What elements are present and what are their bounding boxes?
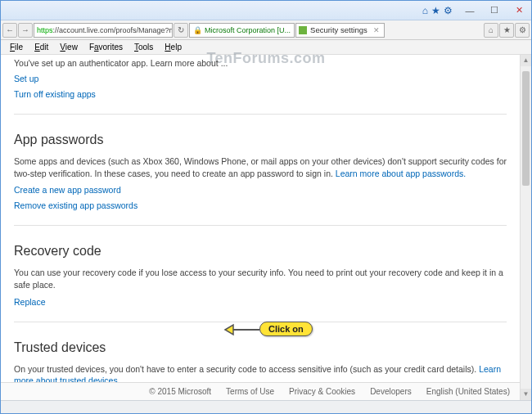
learn-app-passwords-link[interactable]: Learn more about app passwords. [336, 169, 466, 178]
window-maximize-button[interactable]: ☐ [482, 2, 507, 19]
toolbar-home-icon[interactable]: ⌂ [484, 23, 498, 38]
window-minimize-button[interactable]: — [458, 2, 482, 19]
replace-recovery-code-link[interactable]: Replace [14, 297, 507, 307]
toolbar-favorites-icon[interactable]: ★ [499, 23, 514, 38]
titlebar-star-icon[interactable]: ★ [431, 5, 440, 16]
menu-bar: File Edit View Favorites Tools Help [1, 40, 531, 55]
page-content: You've set up an authenticator app. Lear… [1, 55, 520, 400]
url-text: ://account.live.com/proofs/Manage?mkt=en… [53, 26, 173, 34]
forward-button[interactable]: → [18, 23, 33, 38]
titlebar-home-icon[interactable]: ⌂ [422, 5, 428, 16]
menu-tools[interactable]: Tools [128, 43, 159, 52]
toolbar-tools-icon[interactable]: ⚙ [515, 23, 530, 38]
cert-text: Microsoft Corporation [U... [205, 26, 291, 34]
menu-file[interactable]: File [4, 43, 29, 52]
address-bar[interactable]: https://account.live.com/proofs/Manage?m… [34, 23, 173, 38]
section-divider [14, 114, 507, 115]
browser-toolbar: ← → https://account.live.com/proofs/Mana… [1, 20, 531, 40]
partial-cut-text: You've set up an authenticator app. Lear… [14, 55, 507, 68]
page-footer: © 2015 Microsoft Terms of Use Privacy & … [1, 382, 520, 400]
menu-edit[interactable]: Edit [29, 43, 54, 52]
window-titlebar: ⌂ ★ ⚙ — ☐ ✕ [1, 1, 531, 20]
tab-title: Security settings [310, 25, 367, 34]
app-passwords-heading: App passwords [14, 133, 507, 147]
scrollbar-thumb[interactable] [522, 71, 530, 186]
scroll-up-arrow-icon[interactable]: ▲ [521, 55, 531, 66]
menu-help[interactable]: Help [159, 43, 187, 52]
footer-privacy-link[interactable]: Privacy & Cookies [289, 387, 355, 396]
callout-label: Click on [259, 322, 313, 336]
tab-close-icon[interactable]: ✕ [373, 26, 380, 34]
browser-tab-active[interactable]: Security settings ✕ [295, 23, 385, 38]
recovery-code-body: You can use your recovery code if you lo… [14, 267, 507, 290]
menu-view[interactable]: View [54, 43, 83, 52]
menu-favorites[interactable]: Favorites [83, 43, 128, 52]
recovery-code-heading: Recovery code [14, 244, 507, 259]
trusted-devices-heading: Trusted devices [14, 340, 507, 355]
remove-app-passwords-link[interactable]: Remove existing app passwords [14, 200, 507, 210]
back-button[interactable]: ← [2, 23, 17, 38]
footer-terms-link[interactable]: Terms of Use [226, 387, 274, 396]
footer-developers-link[interactable]: Developers [370, 387, 412, 396]
vertical-scrollbar[interactable]: ▲ ▼ [520, 55, 531, 400]
footer-copyright: © 2015 Microsoft [149, 387, 211, 396]
callout-arrow-icon [228, 324, 259, 334]
url-scheme: https [37, 26, 53, 34]
titlebar-gear-icon[interactable]: ⚙ [444, 5, 453, 16]
status-bar [1, 400, 531, 413]
turn-off-apps-link[interactable]: Turn off existing apps [14, 89, 507, 99]
app-passwords-body: Some apps and devices (such as Xbox 360,… [14, 155, 507, 179]
section-divider [14, 225, 507, 226]
setup-link[interactable]: Set up [14, 74, 507, 83]
create-app-password-link[interactable]: Create a new app password [14, 185, 507, 195]
security-indicator[interactable]: 🔒 Microsoft Corporation [U... [189, 23, 295, 38]
tab-favicon [299, 26, 307, 34]
lock-icon: 🔒 [193, 26, 202, 34]
scroll-down-arrow-icon[interactable]: ▼ [521, 389, 531, 400]
callout-annotation: Click on [228, 322, 313, 336]
window-close-button[interactable]: ✕ [507, 2, 531, 19]
footer-language-link[interactable]: English (United States) [426, 387, 510, 396]
refresh-button[interactable]: ↻ [174, 23, 188, 38]
